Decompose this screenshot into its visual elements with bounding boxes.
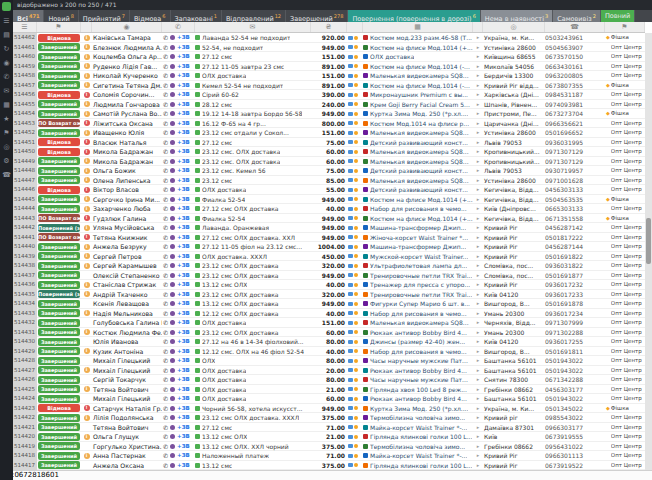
viber-icon[interactable] [170, 396, 175, 401]
callback-badge[interactable]: +ЗВ [177, 157, 190, 167]
call-icon[interactable]: ✆ [163, 33, 168, 42]
table-row[interactable]: 514451 Відмова ! Власюк Наталья ✆ +ЗВ 27… [13, 138, 645, 148]
callback-badge[interactable]: +ЗВ [177, 290, 190, 300]
table-row[interactable]: 514441 ПО Возврат ож. ! Тетяна Книжник ✆… [13, 233, 645, 243]
reports-icon[interactable]: ◎ [3, 143, 9, 151]
callback-badge[interactable]: +ЗВ [177, 299, 190, 309]
mail-icon[interactable]: ✉ [4, 87, 10, 95]
table-row[interactable]: 514445 Завершений i Сергочко Ірина Ми...… [13, 195, 645, 205]
status-tab[interactable]: Самовивіз2 [553, 10, 601, 22]
call-icon[interactable]: ✆ [163, 290, 168, 299]
viber-icon[interactable] [170, 349, 175, 354]
call-icon[interactable]: ✆ [163, 385, 168, 394]
viber-icon[interactable] [170, 330, 175, 335]
viber-icon[interactable] [170, 54, 175, 59]
viber-icon[interactable] [170, 216, 175, 221]
callback-badge[interactable]: +ЗВ [177, 109, 190, 119]
call-icon[interactable]: ✆ [163, 52, 168, 61]
table-row[interactable]: 514454 Завершений i Самотій Руслана Во..… [13, 109, 645, 119]
viber-icon[interactable] [170, 292, 175, 297]
call-icon[interactable]: ✆ [163, 404, 168, 413]
col-alert-header[interactable] [81, 22, 92, 32]
callback-badge[interactable]: +ЗВ [177, 451, 190, 461]
callback-badge[interactable]: +ЗВ [177, 280, 190, 290]
star-icon[interactable]: ★ [3, 115, 9, 123]
vertical-scrollbar[interactable] [645, 33, 652, 470]
call-icon[interactable]: ✆ [163, 43, 168, 52]
call-icon[interactable]: ✆ [163, 432, 168, 441]
status-tab[interactable]: Всі471 [13, 10, 44, 22]
col-phone-header[interactable]: ☎ [545, 22, 605, 32]
call-icon[interactable]: ✆ [163, 318, 168, 327]
status-tab[interactable]: Нема в наявності3 [481, 10, 553, 22]
callback-badge[interactable]: +ЗВ [177, 366, 190, 376]
viber-icon[interactable] [170, 159, 175, 164]
table-row[interactable]: 514460 Завершений i Коцлемба Ольга Ар...… [13, 52, 645, 62]
table-row[interactable]: 514439 Завершений i Сергей Петров ✆ +ЗВ … [13, 252, 645, 262]
table-row[interactable]: 514438 Завершений i Сергей Карамышев ✆ +… [13, 261, 645, 271]
viber-icon[interactable] [170, 358, 175, 363]
callback-badge[interactable]: +ЗВ [177, 385, 190, 395]
viber-icon[interactable] [170, 273, 175, 278]
status-tab[interactable]: Відправлений12 [222, 10, 286, 22]
table-row[interactable]: 514447 Завершений i Олена Липенська ✆ +З… [13, 176, 645, 186]
status-tab[interactable]: Повернення (повернення в дорозі)6 [348, 10, 480, 22]
viber-icon[interactable] [170, 35, 175, 40]
flag-icon[interactable]: ⚑ [3, 129, 9, 137]
status-tab[interactable]: Повний [601, 10, 635, 22]
col-comment-header[interactable]: ✉ [195, 22, 311, 32]
call-icon[interactable]: ✆ [163, 109, 168, 118]
call-icon[interactable]: ✆ [163, 328, 168, 337]
call-icon[interactable]: ✆ [163, 461, 168, 470]
viber-icon[interactable] [170, 206, 175, 211]
call-icon[interactable]: ✆ [163, 280, 168, 289]
call-icon[interactable]: ✆ [163, 214, 168, 223]
call-icon[interactable]: ✆ [163, 423, 168, 432]
viber-icon[interactable] [170, 140, 175, 145]
viber-icon[interactable] [170, 111, 175, 116]
call-icon[interactable]: ✆ [163, 347, 168, 356]
callback-badge[interactable]: +ЗВ [177, 318, 190, 328]
scrollbar-thumb[interactable] [646, 218, 651, 264]
callback-badge[interactable]: +ЗВ [177, 43, 190, 53]
viber-icon[interactable] [170, 92, 175, 97]
callback-badge[interactable]: +ЗВ [177, 233, 190, 243]
table-row[interactable]: 514461 Завершений i Блезнюк Людмила А...… [13, 43, 645, 53]
call-icon[interactable]: ✆ [163, 138, 168, 147]
call-icon[interactable]: ✆ [163, 233, 168, 242]
call-icon[interactable]: ✆ [163, 252, 168, 261]
callback-badge[interactable]: +ЗВ [177, 204, 190, 214]
callback-badge[interactable]: +ЗВ [177, 138, 190, 148]
viber-icon[interactable] [170, 197, 175, 202]
call-icon[interactable]: ✆ [163, 71, 168, 80]
call-icon[interactable]: ✆ [163, 261, 168, 270]
call-icon[interactable]: ✆ [163, 394, 168, 403]
viber-icon[interactable] [170, 339, 175, 344]
viber-icon[interactable] [170, 83, 175, 88]
table-row[interactable]: 514432 Завершений Голубовська Галина В..… [13, 318, 645, 328]
table-row[interactable]: 514426 Завершений Сергій Токарчук ✆ +ЗВ … [13, 375, 645, 385]
table-row[interactable]: 514427 Завершений i Михаіл Гілецький ✆ +… [13, 366, 645, 376]
callback-badge[interactable]: +ЗВ [177, 309, 190, 319]
table-row[interactable]: 514453 ПО Возврат ож. ! Ліжитська Оксана… [13, 119, 645, 129]
callback-badge[interactable]: +ЗВ [177, 176, 190, 186]
table-row[interactable]: 514450 Відмова ! Микола Бадражан ✆ +ЗВ 2… [13, 147, 645, 157]
table-row[interactable]: 514456 Відмова ! Соломія Сорочин... ✆ +З… [13, 90, 645, 100]
table-row[interactable]: 514434 Завершений Ксенія Леващова ✆ +ЗВ … [13, 299, 645, 309]
table-row[interactable]: 514440 Завершений i Анжела Безруку ✆ +ЗВ… [13, 242, 645, 252]
viber-icon[interactable] [170, 301, 175, 306]
callback-badge[interactable]: +ЗВ [177, 261, 190, 271]
table-row[interactable]: 514430 Завершений Юлія Иванова ✆ +ЗВ 27.… [13, 337, 645, 347]
table-row[interactable]: 514425 Завершений i Тетяна Войтович ✆ +З… [13, 385, 645, 395]
phone-icon[interactable]: ☎ [2, 171, 11, 179]
viber-icon[interactable] [170, 168, 175, 173]
call-icon[interactable]: ✆ [163, 451, 168, 460]
call-icon[interactable]: ✆ [163, 90, 168, 99]
table-row[interactable]: 514436 Завершений i Станіслав Стрижак ✆ … [13, 280, 645, 290]
table-row[interactable]: 514424 Завершений Михаіл Гілецький ✆ +ЗВ… [13, 394, 645, 404]
calls-icon[interactable]: ✆ [4, 73, 10, 81]
table-row[interactable]: 514452 Завершений i Иващенко Юлія ✆ +ЗВ … [13, 128, 645, 138]
callback-badge[interactable]: +ЗВ [177, 271, 190, 281]
call-icon[interactable]: ✆ [163, 166, 168, 175]
viber-icon[interactable] [170, 130, 175, 135]
